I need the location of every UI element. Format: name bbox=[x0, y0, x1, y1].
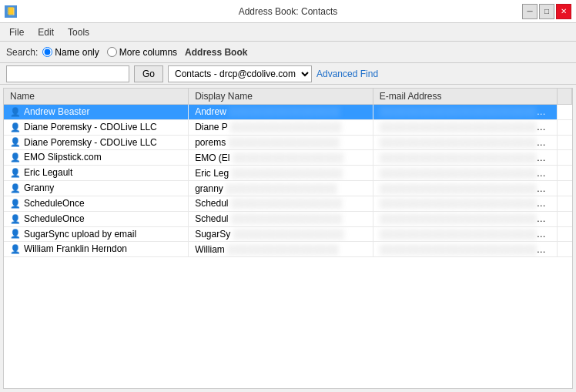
app-icon: 📒 bbox=[5, 5, 17, 18]
cell-name: 👤ScheduleOnce bbox=[4, 196, 189, 211]
cell-email: ░░░░░░░░░░░░░░░░░░░░░░░░░░░░ bbox=[373, 166, 558, 181]
contact-icon: 👤 bbox=[10, 214, 21, 225]
col-name[interactable]: Name bbox=[4, 89, 189, 105]
table-row[interactable]: 👤EMO Slipstick.comEMO (El ░░░░░░░░░░░░░░… bbox=[4, 150, 572, 166]
minimize-button[interactable]: ─ bbox=[522, 4, 537, 19]
search-label: Search: bbox=[6, 47, 38, 58]
cell-email: ░░░░░░░░░░░░░░░░░░░░░░░░░░░░ bbox=[373, 150, 558, 166]
cell-name: 👤Granny bbox=[4, 181, 189, 196]
cell-name: 👤Andrew Beaster bbox=[4, 105, 189, 120]
cell-display-name: granny ░░░░░░░░░░░░░░░░░ bbox=[189, 181, 373, 196]
cell-display-name: Eric Leg ░░░░░░░░░░░░░░░░░ bbox=[189, 166, 373, 181]
contact-icon: 👤 bbox=[10, 152, 21, 163]
menu-edit[interactable]: Edit bbox=[32, 25, 60, 39]
contact-icon: 👤 bbox=[10, 229, 21, 240]
contact-icon: 👤 bbox=[10, 199, 21, 209]
menu-file[interactable]: File bbox=[3, 25, 30, 39]
table-row[interactable]: 👤ScheduleOnceSchedul ░░░░░░░░░░░░░░░░░░░… bbox=[4, 211, 572, 226]
title-bar: 📒 Address Book: Contacts ─ □ ✕ bbox=[0, 0, 576, 23]
cell-name: 👤ScheduleOnce bbox=[4, 211, 189, 226]
table-row[interactable]: 👤Grannygranny ░░░░░░░░░░░░░░░░░░░░░░░░░░… bbox=[4, 181, 572, 196]
radio-more-columns-input[interactable] bbox=[107, 47, 117, 57]
contact-icon: 👤 bbox=[10, 137, 21, 148]
contacts-table-container[interactable]: Name Display Name E-mail Address 👤Andrew… bbox=[3, 88, 573, 389]
cell-email: ░░░░░░░░░░░░░░░░░░░░░░░░░░░░ bbox=[373, 181, 558, 196]
radio-more-columns[interactable]: More columns bbox=[107, 47, 177, 58]
advanced-find-link[interactable]: Advanced Find bbox=[316, 69, 378, 79]
main-content: Name Display Name E-mail Address 👤Andrew… bbox=[0, 85, 576, 392]
go-button[interactable]: Go bbox=[134, 65, 163, 82]
contact-icon: 👤 bbox=[10, 122, 21, 133]
cell-display-name: Diane P ░░░░░░░░░░░░░░░░░ bbox=[189, 119, 373, 135]
title-bar-left: 📒 bbox=[5, 5, 17, 18]
table-row[interactable]: 👤William Franklin HerndonWilliam ░░░░░░░… bbox=[4, 242, 572, 257]
contact-icon: 👤 bbox=[10, 168, 21, 179]
cell-email: ░░░░░░░░░░░░░░░░░░░░░░░░░░░░ bbox=[373, 119, 558, 135]
col-email[interactable]: E-mail Address bbox=[373, 89, 558, 105]
window-title: Address Book: Contacts bbox=[239, 6, 338, 17]
table-row[interactable]: 👤Diane Poremsky - CDOLive LLCporems ░░░░… bbox=[4, 135, 572, 150]
cell-display-name: Schedul ░░░░░░░░░░░░░░░░░ bbox=[189, 196, 373, 211]
radio-name-only-input[interactable] bbox=[42, 47, 52, 57]
cell-email: ░░░░░░░░░░░░░░░░░░░░░░░░░░░░ bbox=[373, 105, 558, 120]
cell-display-name: EMO (El ░░░░░░░░░░░░░░░░░ bbox=[189, 150, 373, 166]
cell-name: 👤Eric Legault bbox=[4, 166, 189, 181]
cell-email: ░░░░░░░░░░░░░░░░░░░░░░░░░░░░ bbox=[373, 211, 558, 226]
cell-name: 👤EMO Slipstick.com bbox=[4, 150, 189, 166]
cell-display-name: Schedul ░░░░░░░░░░░░░░░░░ bbox=[189, 211, 373, 226]
cell-display-name: William ░░░░░░░░░░░░░░░░░ bbox=[189, 242, 373, 257]
radio-more-columns-label: More columns bbox=[119, 47, 177, 58]
table-row[interactable]: 👤Eric LegaultEric Leg ░░░░░░░░░░░░░░░░░░… bbox=[4, 166, 572, 181]
cell-name: 👤Diane Poremsky - CDOLive LLC bbox=[4, 135, 189, 150]
address-book-dropdown[interactable]: Contacts - drcp@cdolive.com bbox=[168, 65, 312, 82]
menu-tools[interactable]: Tools bbox=[62, 25, 95, 39]
table-row[interactable]: 👤Andrew BeasterAndrew ░░░░░░░░░░░░░░░░░░… bbox=[4, 105, 572, 120]
cell-name: 👤William Franklin Herndon bbox=[4, 242, 189, 257]
search-radio-group: Name only More columns Address Book bbox=[42, 47, 247, 58]
cell-email: ░░░░░░░░░░░░░░░░░░░░░░░░░░░░ bbox=[373, 196, 558, 211]
cell-display-name: porems ░░░░░░░░░░░░░░░░░ bbox=[189, 135, 373, 150]
table-header: Name Display Name E-mail Address bbox=[4, 89, 572, 105]
cell-display-name: Andrew ░░░░░░░░░░░░░░░░░ bbox=[189, 105, 373, 120]
toolbar: Search: Name only More columns Address B… bbox=[0, 42, 576, 63]
table-row[interactable]: 👤ScheduleOnceSchedul ░░░░░░░░░░░░░░░░░░░… bbox=[4, 196, 572, 211]
col-spacer bbox=[558, 89, 572, 105]
search-input[interactable] bbox=[6, 65, 129, 82]
contact-icon: 👤 bbox=[10, 107, 21, 118]
radio-name-only[interactable]: Name only bbox=[42, 47, 99, 58]
contacts-table: Name Display Name E-mail Address 👤Andrew… bbox=[4, 89, 572, 257]
cell-email: ░░░░░░░░░░░░░░░░░░░░░░░░░░░░ bbox=[373, 226, 558, 242]
cell-name: 👤Diane Poremsky - CDOLive LLC bbox=[4, 119, 189, 135]
table-row[interactable]: 👤Diane Poremsky - CDOLive LLCDiane P ░░░… bbox=[4, 119, 572, 135]
window-controls[interactable]: ─ □ ✕ bbox=[522, 4, 571, 19]
menu-bar: File Edit Tools bbox=[0, 23, 576, 42]
cell-display-name: SugarSy ░░░░░░░░░░░░░░░░░ bbox=[189, 226, 373, 242]
contact-icon: 👤 bbox=[10, 183, 21, 194]
cell-email: ░░░░░░░░░░░░░░░░░░░░░░░░░░░░ bbox=[373, 242, 558, 257]
address-book-label: Address Book bbox=[185, 47, 247, 58]
maximize-button[interactable]: □ bbox=[539, 4, 554, 19]
search-row: Go Contacts - drcp@cdolive.com Advanced … bbox=[0, 63, 576, 85]
close-button[interactable]: ✕ bbox=[556, 4, 571, 19]
radio-name-only-label: Name only bbox=[55, 47, 99, 58]
col-display-name[interactable]: Display Name bbox=[189, 89, 373, 105]
contacts-tbody: 👤Andrew BeasterAndrew ░░░░░░░░░░░░░░░░░░… bbox=[4, 105, 572, 257]
table-row[interactable]: 👤SugarSync upload by emailSugarSy ░░░░░░… bbox=[4, 226, 572, 242]
contact-icon: 👤 bbox=[10, 244, 21, 255]
cell-email: ░░░░░░░░░░░░░░░░░░░░░░░░░░░░ bbox=[373, 135, 558, 150]
cell-name: 👤SugarSync upload by email bbox=[4, 226, 189, 242]
